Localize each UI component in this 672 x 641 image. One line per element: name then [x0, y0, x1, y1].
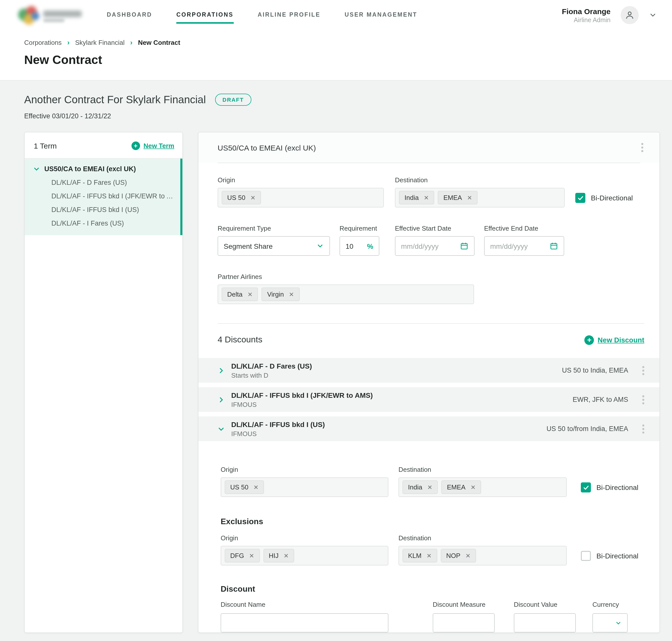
chip-dfg: DFG: [225, 549, 260, 562]
discount-row-subtitle: IFMOUS: [231, 400, 373, 408]
chip-remove-icon[interactable]: [284, 553, 288, 559]
start-date-label: Effective Start Date: [395, 224, 474, 232]
chip-label: US 50: [227, 194, 245, 201]
breadcrumb: Corporations › Skylark Financial › New C…: [0, 30, 672, 46]
chip-delta: Delta: [221, 287, 258, 301]
requirement-input[interactable]: [346, 242, 363, 250]
logo-tagline: [43, 19, 65, 22]
currency-select[interactable]: [592, 613, 628, 632]
discount-origin-input[interactable]: US 50: [221, 477, 388, 497]
requirement-type-select[interactable]: Segment Share: [218, 236, 330, 256]
discount-name-input[interactable]: [221, 613, 388, 632]
exclusions-origin-input[interactable]: DFG HIJ: [221, 546, 388, 565]
chip-remove-icon[interactable]: [247, 291, 253, 297]
new-discount-button[interactable]: New Discount: [584, 335, 644, 345]
origin-label: Origin: [221, 534, 388, 542]
nav-item-user-management[interactable]: User Management: [345, 7, 417, 24]
requirement-type-value: Segment Share: [224, 242, 273, 250]
top-navbar: Dashboard Corporations Airline Profile U…: [0, 0, 672, 30]
tree-item-discount[interactable]: DL/KL/AF - IFFUS bkd I (JFK/EWR to AMS): [25, 189, 183, 203]
chip-remove-icon[interactable]: [470, 484, 475, 490]
chip-remove-icon[interactable]: [466, 553, 470, 559]
nav-item-dashboard[interactable]: Dashboard: [107, 7, 152, 24]
discount-row-titles: DL/KL/AF - IFFUS bkd I (US) IFMOUS: [231, 420, 325, 437]
discount-options-kebab-icon[interactable]: [640, 422, 646, 435]
new-term-button[interactable]: New Term: [132, 141, 174, 150]
term-options-kebab-icon[interactable]: [639, 141, 645, 154]
exclusions-destination-input[interactable]: KLM NOP: [399, 546, 567, 565]
logo-wordmark: [43, 11, 82, 17]
tree-item-term[interactable]: US50/CA to EMEAI (excl UK): [25, 162, 183, 176]
requirement-label: Requirement: [339, 224, 379, 232]
discount-row-route: EWR, JFK to AMS: [573, 396, 640, 403]
chip-remove-icon[interactable]: [427, 553, 431, 559]
partner-airlines-input[interactable]: Delta Virgin: [218, 285, 474, 304]
discount-measure-label: Discount Measure: [433, 601, 495, 608]
discount-destination-input[interactable]: India EMEA: [399, 477, 567, 497]
discount-row-titles: DL/KL/AF - IFFUS bkd I (JFK/EWR to AMS) …: [231, 391, 373, 408]
discount-row[interactable]: DL/KL/AF - D Fares (US) Starts with D US…: [199, 358, 659, 383]
chip-remove-icon[interactable]: [249, 553, 254, 559]
contract-effective-dates: Effective 03/01/20 - 12/31/22: [24, 112, 672, 120]
chevron-right-icon: [218, 367, 225, 374]
chip-emea: EMEA: [438, 191, 478, 204]
origin-destination-row: Origin US 50 Destination: [218, 176, 644, 207]
main-nav: Dashboard Corporations Airline Profile U…: [107, 7, 417, 24]
requirement-input-wrap: %: [339, 236, 379, 256]
chip-remove-icon[interactable]: [250, 195, 255, 201]
discount-fields-labels: Discount Name Discount Measure Discount …: [221, 601, 644, 608]
breadcrumb-skylark-financial[interactable]: Skylark Financial: [75, 39, 125, 46]
discount-options-kebab-icon[interactable]: [640, 364, 646, 377]
discount-row-subtitle: IFMOUS: [231, 430, 325, 437]
tree-item-discount[interactable]: DL/KL/AF - IFFUS bkd I (US): [25, 203, 183, 217]
chevron-down-icon: [218, 425, 225, 432]
chip-remove-icon[interactable]: [424, 195, 429, 201]
breadcrumb-corporations[interactable]: Corporations: [24, 39, 62, 46]
chip-remove-icon[interactable]: [467, 195, 472, 201]
currency-label: Currency: [592, 601, 628, 608]
discount-value-input[interactable]: [514, 613, 576, 632]
bidirectional-checkbox[interactable]: [581, 482, 591, 492]
user-avatar[interactable]: [621, 6, 639, 24]
terms-header: 1 Term New Term: [25, 133, 183, 159]
calendar-icon[interactable]: [460, 242, 469, 250]
bidirectional-checkbox[interactable]: [575, 193, 586, 203]
new-term-label: New Term: [144, 142, 174, 150]
discount-options-kebab-icon[interactable]: [640, 393, 646, 406]
bidirectional-checkbox[interactable]: [581, 551, 591, 561]
term-card-header: US50/CA to EMEAI (excl UK): [199, 133, 659, 163]
bidirectional-label: Bi-Directional: [596, 552, 639, 560]
discount-row[interactable]: DL/KL/AF - IFFUS bkd I (JFK/EWR to AMS) …: [199, 387, 659, 412]
nav-item-corporations[interactable]: Corporations: [176, 7, 233, 24]
chip-label: KLM: [408, 552, 421, 559]
end-date-input[interactable]: [490, 242, 546, 250]
destination-label: Destination: [399, 466, 567, 473]
tree-item-label: US50/CA to EMEAI (excl UK): [44, 165, 136, 173]
discount-fields-inputs: [221, 613, 644, 632]
tree-item-discount[interactable]: DL/KL/AF - I Fares (US): [25, 217, 183, 230]
chip-remove-icon[interactable]: [427, 484, 432, 490]
user-menu-caret[interactable]: [649, 11, 657, 19]
page: Dashboard Corporations Airline Profile U…: [0, 0, 672, 641]
chip-label: EMEA: [447, 483, 466, 491]
chip-label: DFG: [230, 552, 244, 559]
chevron-right-icon: ›: [67, 38, 69, 46]
user-info: Fiona Orange Airline Admin: [562, 7, 610, 24]
discount-measure-input[interactable]: [433, 613, 495, 632]
cards-row: 1 Term New Term US50/CA to EMEAI (excl U…: [24, 132, 660, 633]
discounts-header: 4 Discounts New Discount: [199, 324, 659, 358]
destination-input[interactable]: India EMEA: [395, 188, 565, 207]
origin-input[interactable]: US 50: [218, 188, 384, 207]
start-date-input[interactable]: [401, 242, 456, 250]
discount-row-titles: DL/KL/AF - D Fares (US) Starts with D: [231, 362, 312, 379]
chip-remove-icon[interactable]: [289, 291, 294, 297]
destination-label: Destination: [399, 534, 567, 542]
calendar-icon[interactable]: [550, 242, 558, 250]
discount-row-expanded[interactable]: DL/KL/AF - IFFUS bkd I (US) IFMOUS US 50…: [199, 417, 659, 441]
tree-item-discount[interactable]: DL/KL/AF - D Fares (US): [25, 176, 183, 189]
discount-row-subtitle: Starts with D: [231, 371, 312, 379]
chip-remove-icon[interactable]: [253, 484, 258, 490]
app-logo[interactable]: [14, 4, 89, 26]
chip-virgin: Virgin: [262, 287, 299, 301]
nav-item-airline-profile[interactable]: Airline Profile: [258, 7, 320, 24]
